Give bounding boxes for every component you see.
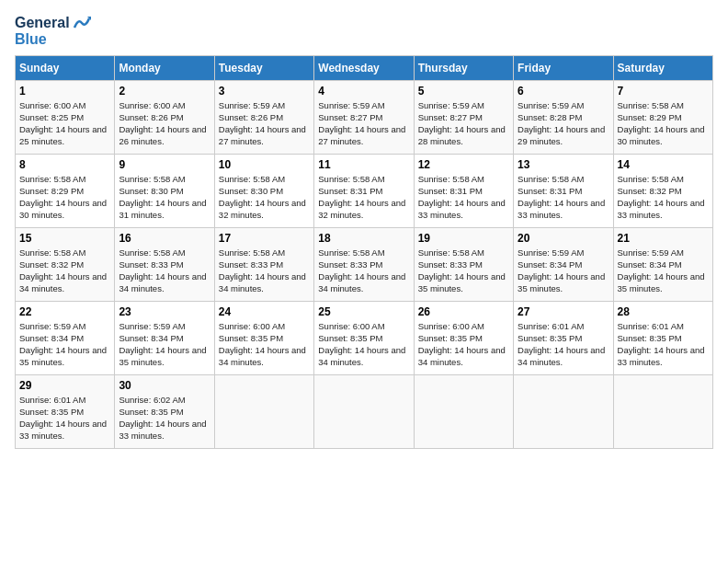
empty-cell: [314, 374, 414, 448]
day-number: 1: [19, 85, 110, 98]
day-cell: 28Sunrise: 6:01 AMSunset: 8:35 PMDayligh…: [613, 301, 712, 374]
day-number: 24: [219, 305, 310, 318]
day-info: Sunrise: 5:58 AMSunset: 8:32 PMDaylight:…: [618, 173, 709, 222]
calendar-week-row: 1Sunrise: 6:00 AMSunset: 8:25 PMDaylight…: [16, 80, 713, 154]
day-number: 30: [119, 379, 210, 392]
day-info: Sunrise: 6:01 AMSunset: 8:35 PMDaylight:…: [19, 394, 110, 442]
day-cell: 21Sunrise: 5:59 AMSunset: 8:34 PMDayligh…: [613, 227, 712, 301]
day-cell: 16Sunrise: 5:58 AMSunset: 8:33 PMDayligh…: [115, 227, 214, 301]
day-number: 3: [219, 85, 310, 98]
day-number: 11: [318, 158, 409, 171]
day-info: Sunrise: 6:00 AMSunset: 8:26 PMDaylight:…: [119, 99, 210, 148]
day-number: 18: [318, 232, 409, 245]
day-number: 12: [418, 158, 509, 171]
calendar-week-row: 15Sunrise: 5:58 AMSunset: 8:32 PMDayligh…: [16, 227, 713, 301]
day-number: 16: [119, 232, 210, 245]
day-cell: 27Sunrise: 6:01 AMSunset: 8:35 PMDayligh…: [514, 301, 613, 374]
day-number: 23: [119, 305, 210, 318]
logo-wave-icon: [73, 15, 91, 31]
day-number: 14: [618, 158, 709, 171]
day-number: 7: [618, 85, 709, 98]
day-number: 9: [119, 158, 210, 171]
day-info: Sunrise: 5:59 AMSunset: 8:34 PMDaylight:…: [618, 247, 709, 295]
calendar-week-row: 29Sunrise: 6:01 AMSunset: 8:35 PMDayligh…: [16, 374, 713, 448]
day-cell: 11Sunrise: 5:58 AMSunset: 8:31 PMDayligh…: [314, 154, 414, 227]
empty-cell: [514, 374, 613, 448]
day-cell: 1Sunrise: 6:00 AMSunset: 8:25 PMDaylight…: [16, 80, 115, 154]
weekday-header: Sunday: [16, 55, 115, 80]
day-cell: 13Sunrise: 5:58 AMSunset: 8:31 PMDayligh…: [514, 154, 613, 227]
day-number: 10: [219, 158, 310, 171]
day-cell: 2Sunrise: 6:00 AMSunset: 8:26 PMDaylight…: [115, 80, 214, 154]
day-info: Sunrise: 5:58 AMSunset: 8:33 PMDaylight:…: [418, 247, 509, 295]
day-info: Sunrise: 5:58 AMSunset: 8:33 PMDaylight:…: [318, 247, 409, 295]
day-cell: 12Sunrise: 5:58 AMSunset: 8:31 PMDayligh…: [414, 154, 513, 227]
day-info: Sunrise: 5:59 AMSunset: 8:26 PMDaylight:…: [219, 99, 310, 148]
day-cell: 10Sunrise: 5:58 AMSunset: 8:30 PMDayligh…: [214, 154, 313, 227]
logo-blue: Blue: [15, 31, 91, 48]
day-info: Sunrise: 5:59 AMSunset: 8:27 PMDaylight:…: [318, 99, 409, 148]
day-info: Sunrise: 6:00 AMSunset: 8:35 PMDaylight:…: [318, 320, 409, 369]
day-info: Sunrise: 5:58 AMSunset: 8:30 PMDaylight:…: [119, 173, 210, 222]
day-info: Sunrise: 5:58 AMSunset: 8:31 PMDaylight:…: [418, 173, 509, 222]
day-info: Sunrise: 6:00 AMSunset: 8:35 PMDaylight:…: [418, 320, 509, 369]
day-cell: 26Sunrise: 6:00 AMSunset: 8:35 PMDayligh…: [414, 301, 513, 374]
day-info: Sunrise: 6:00 AMSunset: 8:25 PMDaylight:…: [19, 99, 110, 148]
day-cell: 9Sunrise: 5:58 AMSunset: 8:30 PMDaylight…: [115, 154, 214, 227]
day-cell: 7Sunrise: 5:58 AMSunset: 8:29 PMDaylight…: [613, 80, 712, 154]
day-cell: 24Sunrise: 6:00 AMSunset: 8:35 PMDayligh…: [214, 301, 313, 374]
calendar-week-row: 22Sunrise: 5:59 AMSunset: 8:34 PMDayligh…: [16, 301, 713, 374]
logo-text: General Blue: [15, 15, 91, 48]
day-cell: 8Sunrise: 5:58 AMSunset: 8:29 PMDaylight…: [16, 154, 115, 227]
day-number: 2: [119, 85, 210, 98]
day-info: Sunrise: 5:59 AMSunset: 8:28 PMDaylight:…: [518, 99, 609, 148]
day-info: Sunrise: 6:02 AMSunset: 8:35 PMDaylight:…: [119, 394, 210, 442]
logo: General Blue: [15, 15, 91, 48]
day-info: Sunrise: 5:59 AMSunset: 8:34 PMDaylight:…: [119, 320, 210, 369]
empty-cell: [613, 374, 712, 448]
day-cell: 6Sunrise: 5:59 AMSunset: 8:28 PMDaylight…: [514, 80, 613, 154]
calendar-body: 1Sunrise: 6:00 AMSunset: 8:25 PMDaylight…: [16, 80, 713, 448]
logo-general: General: [15, 15, 70, 31]
weekday-header: Wednesday: [314, 55, 414, 80]
day-number: 29: [19, 379, 110, 392]
calendar-week-row: 8Sunrise: 5:58 AMSunset: 8:29 PMDaylight…: [16, 154, 713, 227]
day-info: Sunrise: 6:01 AMSunset: 8:35 PMDaylight:…: [518, 320, 609, 369]
weekday-header: Friday: [514, 55, 613, 80]
day-cell: 4Sunrise: 5:59 AMSunset: 8:27 PMDaylight…: [314, 80, 414, 154]
day-info: Sunrise: 5:59 AMSunset: 8:27 PMDaylight:…: [418, 99, 509, 148]
day-cell: 15Sunrise: 5:58 AMSunset: 8:32 PMDayligh…: [16, 227, 115, 301]
weekday-header: Saturday: [613, 55, 712, 80]
day-number: 22: [19, 305, 110, 318]
weekday-header: Thursday: [414, 55, 513, 80]
calendar-table: SundayMondayTuesdayWednesdayThursdayFrid…: [15, 55, 713, 449]
day-number: 8: [19, 158, 110, 171]
day-cell: 20Sunrise: 5:59 AMSunset: 8:34 PMDayligh…: [514, 227, 613, 301]
empty-cell: [214, 374, 313, 448]
day-number: 4: [318, 85, 409, 98]
day-number: 26: [418, 305, 509, 318]
day-number: 21: [618, 232, 709, 245]
day-number: 27: [518, 305, 609, 318]
day-info: Sunrise: 5:58 AMSunset: 8:33 PMDaylight:…: [119, 247, 210, 295]
day-cell: 25Sunrise: 6:00 AMSunset: 8:35 PMDayligh…: [314, 301, 414, 374]
day-info: Sunrise: 5:59 AMSunset: 8:34 PMDaylight:…: [518, 247, 609, 295]
day-info: Sunrise: 5:58 AMSunset: 8:31 PMDaylight:…: [318, 173, 409, 222]
day-cell: 23Sunrise: 5:59 AMSunset: 8:34 PMDayligh…: [115, 301, 214, 374]
day-info: Sunrise: 5:58 AMSunset: 8:33 PMDaylight:…: [219, 247, 310, 295]
day-info: Sunrise: 5:58 AMSunset: 8:29 PMDaylight:…: [618, 99, 709, 148]
empty-cell: [414, 374, 513, 448]
day-info: Sunrise: 5:59 AMSunset: 8:34 PMDaylight:…: [19, 320, 110, 369]
day-cell: 14Sunrise: 5:58 AMSunset: 8:32 PMDayligh…: [613, 154, 712, 227]
weekday-header: Monday: [115, 55, 214, 80]
day-info: Sunrise: 5:58 AMSunset: 8:30 PMDaylight:…: [219, 173, 310, 222]
day-number: 13: [518, 158, 609, 171]
day-number: 19: [418, 232, 509, 245]
day-number: 15: [19, 232, 110, 245]
day-cell: 5Sunrise: 5:59 AMSunset: 8:27 PMDaylight…: [414, 80, 513, 154]
day-info: Sunrise: 6:01 AMSunset: 8:35 PMDaylight:…: [618, 320, 709, 369]
calendar-header: SundayMondayTuesdayWednesdayThursdayFrid…: [16, 55, 713, 80]
weekday-header: Tuesday: [214, 55, 313, 80]
day-info: Sunrise: 5:58 AMSunset: 8:32 PMDaylight:…: [19, 247, 110, 295]
day-info: Sunrise: 5:58 AMSunset: 8:31 PMDaylight:…: [518, 173, 609, 222]
